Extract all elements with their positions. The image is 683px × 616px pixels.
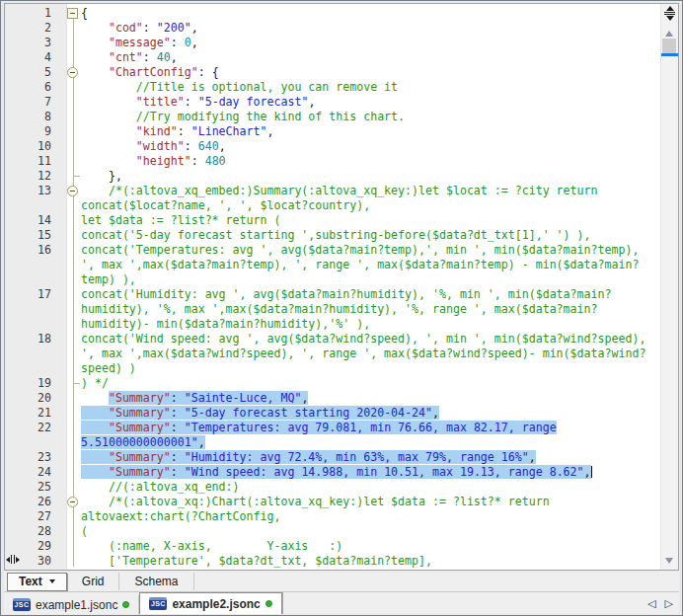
code-token: , <box>198 435 205 449</box>
code-line[interactable]: speed) ) <box>5 361 661 376</box>
code-token: altovaext:chart(?ChartConfig, <box>81 509 280 523</box>
line-number: 18 <box>5 332 51 346</box>
fold-collapse-icon[interactable] <box>67 186 78 196</box>
code-token <box>81 21 109 35</box>
code-token: let $data := ?list?* return ( <box>81 213 280 227</box>
code-line[interactable]: ', max ',max($data?wind?speed), ', range… <box>5 346 661 361</box>
line-number: 25 <box>5 480 51 495</box>
code-line[interactable]: 19) */ <box>5 376 661 391</box>
code-line[interactable]: 28( <box>5 524 661 539</box>
code-token: "Summary" <box>109 406 171 420</box>
text-selection: "Summary": "Humidity: avg 72.4%, min 63%… <box>81 450 536 464</box>
code-area[interactable]: 1{2 "cod": "200",3 "message": 0,4 "cnt":… <box>5 6 661 569</box>
code-token: , <box>191 36 198 49</box>
line-number: 12 <box>5 169 51 184</box>
file-tab-example2-jsonc[interactable]: JSCexample2.jsonc <box>139 592 281 614</box>
code-line[interactable]: 2 "cod": "200", <box>5 21 661 36</box>
fold-collapse-icon[interactable] <box>67 67 78 78</box>
code-token: temp) ), <box>81 272 136 286</box>
code-line[interactable]: 11 "height": 480 <box>5 154 661 169</box>
fold-collapse-icon[interactable] <box>67 8 78 19</box>
code-line[interactable]: ', max ',max($data?main?temp), ', range … <box>5 258 661 272</box>
code-token: ) */ <box>81 376 109 390</box>
view-tab-grid[interactable]: Grid <box>67 573 120 590</box>
code-token: "LineChart" <box>191 124 267 138</box>
line-number: 2 <box>5 21 51 36</box>
code-token <box>81 554 109 568</box>
line-number: 20 <box>5 391 51 406</box>
code-token: , <box>301 391 308 405</box>
code-token: "200" <box>157 21 191 35</box>
fold-end-tick <box>74 383 80 384</box>
chevron-down-icon[interactable] <box>49 579 55 583</box>
view-tab-schema[interactable]: Schema <box>119 573 193 590</box>
fold-collapse-icon[interactable] <box>67 497 78 507</box>
code-line[interactable]: 23 "Summary": "Humidity: avg 72.4%, min … <box>5 450 661 465</box>
code-line[interactable]: temp) ), <box>5 272 661 287</box>
code-line[interactable]: 6 //Title is optional, you can remove it <box>5 80 661 95</box>
code-line[interactable]: 18concat('Wind speed: avg ', avg($data?w… <box>5 332 661 346</box>
text-view-pane[interactable]: 1{2 "cod": "200",3 "message": 0,4 "cnt":… <box>4 3 679 571</box>
code-token: : <box>171 465 185 479</box>
code-line[interactable]: 8 //Try modifying the kind of this chart… <box>5 110 661 124</box>
code-line[interactable]: 9 "kind": "LineChart", <box>5 124 661 139</box>
code-line[interactable]: 14let $data := ?list?* return ( <box>5 213 661 228</box>
code-line[interactable]: 16concat('Temperatures: avg ', avg($data… <box>5 243 661 258</box>
code-line[interactable]: 22 "Summary": "Temperatures: avg 79.081,… <box>5 421 661 435</box>
code-line[interactable]: 3 "message": 0, <box>5 36 661 50</box>
split-view-handle-icon[interactable] <box>664 6 675 24</box>
code-line[interactable]: 15concat('5-day forecast starting ',subs… <box>5 228 661 243</box>
code-token: : <box>191 154 205 168</box>
code-line[interactable]: 4 "cnt": 40, <box>5 50 661 65</box>
code-token: ', max ',max($data?main?temp), ', range … <box>81 258 639 271</box>
code-line[interactable]: 10 "width": 640, <box>5 139 661 154</box>
code-token: "width" <box>136 139 185 153</box>
code-line[interactable]: 21 "Summary": "5-day forecast starting 2… <box>5 406 661 421</box>
file-tab-example1-jsonc[interactable]: JSCexample1.jsonc <box>4 595 139 614</box>
scroll-down-icon[interactable] <box>665 558 673 564</box>
code-token: "Summary" <box>109 465 171 479</box>
code-token <box>81 65 109 79</box>
code-line[interactable]: 26 /*(:altova_xq:)Chart(:altova_xq_key:)… <box>5 495 661 509</box>
code-token: "cnt" <box>109 50 143 64</box>
code-token: , <box>191 21 198 35</box>
code-token: , <box>529 450 536 464</box>
code-token: { <box>81 6 88 20</box>
tab-scroll-right-icon[interactable]: ▷ <box>665 597 673 610</box>
code-line[interactable]: 1{ <box>5 6 661 21</box>
code-line[interactable]: 17concat('Humidity: avg ', avg($data?mai… <box>5 287 661 302</box>
text-caret <box>591 466 592 478</box>
code-line[interactable]: 27altovaext:chart(?ChartConfig, <box>5 509 661 524</box>
code-line[interactable]: humidity), '%, max ',max($data?main?humi… <box>5 302 661 317</box>
view-tab-text[interactable]: Text <box>7 573 67 591</box>
line-number: 27 <box>5 509 51 524</box>
code-token: : <box>171 450 185 464</box>
code-token <box>81 450 109 464</box>
code-line[interactable]: concat($locat?name, ', ', $locat?country… <box>5 198 661 213</box>
code-line[interactable]: 24 "Summary": "Wind speed: avg 14.988, m… <box>5 465 661 480</box>
code-line[interactable]: 5.51000000000001", <box>5 435 661 450</box>
tab-scroll-left-icon[interactable]: ◁ <box>647 597 655 610</box>
code-line[interactable]: 13 /*(:altova_xq_embed:)Summary(:altova_… <box>5 184 661 198</box>
code-line[interactable]: humidity)- min($data?main?humidity),'%' … <box>5 317 661 332</box>
file-tab-label: example2.jsonc <box>172 597 260 611</box>
code-line[interactable]: 5 "ChartConfig": { <box>5 65 661 80</box>
line-number: 28 <box>5 524 51 539</box>
modified-indicator-dot <box>266 600 272 607</box>
scroll-position-marker <box>661 53 678 56</box>
code-line[interactable]: 29 (:name, X-axis, Y-axis :) <box>5 539 661 554</box>
code-line[interactable]: 7 "title": "5-day forecast", <box>5 95 661 110</box>
line-number: 26 <box>5 495 51 509</box>
scroll-up-icon[interactable] <box>665 31 673 37</box>
file-tab-bar: JSCexample1.jsoncJSCexample2.jsonc ◁ ▷ <box>4 591 679 614</box>
code-line[interactable]: 30 ['Temperature', $data?dt_txt, $data?m… <box>5 554 661 569</box>
vertical-scrollbar[interactable] <box>660 4 678 570</box>
line-number: 10 <box>5 139 51 154</box>
line-number: 29 <box>5 539 51 554</box>
code-token: concat('5-day forecast starting ',substr… <box>81 228 591 242</box>
code-line[interactable]: 20 "Summary": "Sainte-Luce, MQ", <box>5 391 661 406</box>
line-number: 17 <box>5 287 51 302</box>
code-line[interactable]: 12 }, <box>5 169 661 184</box>
horizontal-split-handle-icon[interactable] <box>6 554 20 565</box>
code-line[interactable]: 25 //(:altova_xq_end:) <box>5 480 661 495</box>
